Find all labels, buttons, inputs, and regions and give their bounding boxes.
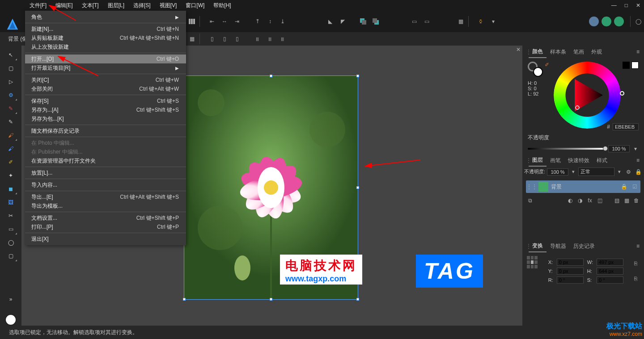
sparkle-tool-icon[interactable]: ✦ [4,170,18,181]
fill-stroke-selector[interactable] [528,62,543,77]
menu-text[interactable]: 文本[T] [77,0,103,11]
layer-row[interactable]: ⋮⋮ 背景 🔒 ☑ [526,180,640,193]
tab-layers[interactable]: 图层 [529,155,547,167]
menu-item[interactable]: 从剪贴板新建Ctrl 键+Alt 键+Shift 键+N [25,33,186,42]
move-tool-icon[interactable]: ↖ [4,49,18,61]
tab-effects[interactable]: 快速特效 [564,155,593,166]
gear-tool-icon[interactable]: ⚙ [4,89,18,101]
visibility-icon[interactable]: ⋮⋮ [528,183,536,191]
selection-handle[interactable] [356,186,359,189]
menu-item[interactable]: 放置[L]... [25,168,186,177]
layer-opacity-value[interactable]: 100 % [547,168,568,176]
tab-navigator[interactable]: 导航器 [547,241,570,252]
align-top-icon[interactable]: ⤒ [252,16,263,27]
align-bottom-icon[interactable]: ⤓ [277,16,288,27]
menu-item[interactable]: 保存[S]Ctrl 键+S [25,96,186,105]
menu-file[interactable]: 文件[F] [25,0,51,11]
order-backward-icon[interactable]: ▭ [421,16,432,27]
selection-handle[interactable] [356,75,359,77]
color-triangle[interactable] [568,76,606,114]
opacity-slider[interactable] [528,148,606,150]
prev-color-swatch[interactable] [623,62,630,69]
panel-menu-icon[interactable]: ≡ [635,241,641,251]
tab-color[interactable]: 颜色 [529,46,547,58]
close-button[interactable]: ✕ [636,2,640,8]
rounded-rect-icon[interactable]: ▢ [4,250,18,262]
snap-magnet-icon[interactable]: ⧲ [475,16,487,27]
flip-h-icon[interactable]: ◣ [324,16,336,27]
add-layer-icon[interactable]: ▤ [613,197,621,205]
menu-item[interactable]: 打开...[O]Ctrl 键+O [25,54,186,63]
anchor-grid[interactable] [527,256,538,268]
tab-stroke[interactable]: 笔画 [570,46,588,58]
image-tool-icon[interactable]: 🖼 [4,197,18,208]
pen-tool-icon[interactable]: ✎ [4,103,18,114]
tab-history[interactable]: 历史记录 [570,241,598,252]
menu-item[interactable]: 文档设置...Ctrl 键+Shift 键+P [25,213,186,222]
panel-handle-icon[interactable]: ⋮ [525,243,529,249]
marquee-tool-icon[interactable]: ▢ [4,63,18,74]
gear-icon[interactable]: ⚙ [624,168,632,176]
ellipse-shape-icon[interactable]: ◯ [4,237,18,248]
menu-view[interactable]: 视图[V] [155,0,182,11]
lock-icon[interactable]: 🔒 [620,183,628,191]
dist-right-icon[interactable]: ▯ [231,33,243,45]
menu-item[interactable]: 随文档保存历史记录 [25,126,186,135]
node-tool-icon[interactable]: ▷ [4,76,18,88]
opacity-value[interactable]: 100 % [608,145,630,152]
input-y[interactable] [557,268,584,275]
current-color-swatch[interactable] [631,62,639,69]
input-r[interactable] [557,276,584,284]
grid-icon[interactable]: ▦ [455,16,466,27]
paint-brush-icon[interactable]: 🖌 [4,143,18,155]
gradient-tool-icon[interactable]: ◼ [4,183,18,195]
arrange-back-icon[interactable] [370,16,381,27]
document-close-icon[interactable]: ✕ [516,46,521,53]
menu-item[interactable]: 从上次预设新建 [25,42,186,51]
snap-options-icon[interactable]: ▾ [487,16,499,27]
menu-item[interactable]: 打开最近项目[R]▶ [25,63,186,72]
layer-copy-icon[interactable]: ⧉ [526,197,534,205]
panel-handle-icon[interactable]: ⋮ [525,49,529,55]
persona-export-icon[interactable] [614,17,624,26]
order-forward-icon[interactable]: ▭ [408,16,420,27]
file-menu-dropdown[interactable]: 角色 ▶ 新建[N]...Ctrl 键+N从剪贴板新建Ctrl 键+Alt 键+… [25,11,186,245]
persona-designer-icon[interactable] [589,17,599,26]
menu-bar[interactable]: 文件[F] 编辑[E] 文本[T] 图层[L] 选择[S] 视图[V] 窗口[W… [25,0,236,11]
tab-appearance[interactable]: 外观 [588,46,606,58]
menu-item[interactable]: 导出为模板... [25,201,186,210]
align-right-icon[interactable]: ⇥ [231,16,243,27]
dist-center-icon[interactable]: ▯ [219,33,230,45]
space-v-icon[interactable]: ⫼ [264,33,276,45]
menu-item[interactable]: 另存为包...[K] [25,114,186,123]
menu-select[interactable]: 选择[S] [129,0,155,11]
delete-layer-icon[interactable]: 🗑 [632,197,640,205]
arrange-front-icon[interactable] [357,16,369,27]
menu-item[interactable]: 打印...[P]Ctrl 键+P [25,222,186,231]
account-icon[interactable]: ◯ [632,16,644,27]
align-left-icon[interactable]: ⇤ [206,16,218,27]
input-w[interactable] [597,259,623,266]
menu-item[interactable]: 另存为...[A]Ctrl 键+Shift 键+S [25,105,186,114]
menu-item[interactable]: 关闭[C]Ctrl 键+W [25,75,186,84]
panel-menu-icon[interactable]: ≡ [635,47,641,57]
checkbox-icon[interactable]: ☑ [631,183,639,191]
chevron-down-icon[interactable]: ▾ [632,146,639,152]
mask-icon[interactable]: ◐ [566,197,574,205]
hex-input[interactable] [613,123,639,130]
selection-handle[interactable] [270,298,272,301]
blend-mode-select[interactable]: 正常 [578,167,614,176]
input-s[interactable] [597,276,623,284]
add-pixel-layer-icon[interactable]: ▦ [623,197,631,205]
grid-toggle-icon[interactable]: ▦ [186,33,198,45]
chevron-down-icon[interactable]: ▾ [616,169,623,175]
lock-icon[interactable]: 🔒 [634,168,642,176]
tab-transform[interactable]: 变换 [529,240,547,252]
input-x[interactable] [557,259,584,266]
persona-pixel-icon[interactable] [602,17,611,26]
eyedropper-icon[interactable]: ✐ [4,156,18,168]
selection-handle[interactable] [183,298,186,301]
menu-item-role[interactable]: 角色 ▶ [25,13,186,21]
crop-layer-icon[interactable]: ◫ [596,197,604,205]
eyedropper-icon[interactable]: ✐ [545,62,549,68]
